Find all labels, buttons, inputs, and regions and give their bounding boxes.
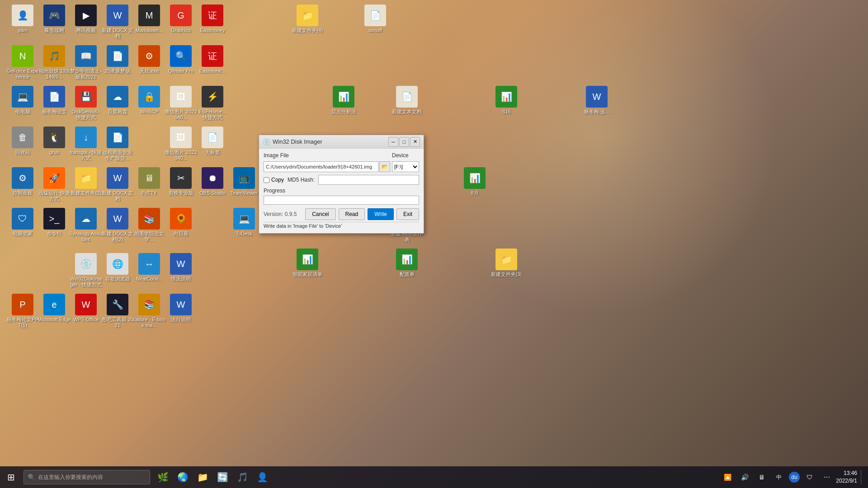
desktop-icon-xishuoming[interactable]: W 洗白说明 bbox=[163, 294, 199, 323]
desktop-icon-fzguituan[interactable]: 🎵 福州鼓饼 133|149|5... bbox=[36, 45, 72, 80]
desktop-icon-qingshuoming[interactable]: W 情况说明 bbox=[163, 253, 199, 282]
tray-volume[interactable]: 🔊 bbox=[737, 470, 752, 484]
desktop-icon-zhihuijujia[interactable]: 📊 智能家居清单 bbox=[289, 249, 326, 278]
desktop-icon-transgui[interactable]: ↓ transgui - 快捷方式 bbox=[68, 127, 104, 162]
desktop-icon-geforce[interactable]: N GeForce Experience bbox=[5, 45, 41, 80]
desktop: 👤 ydm 🎮 暴雪战网 ▶ 腾讯视频 W 新建 DOCX 文档 M Markd… bbox=[0, 0, 868, 488]
browse-button[interactable]: 📂 bbox=[379, 161, 390, 172]
exit-button[interactable]: Exit bbox=[396, 208, 419, 220]
desktop-icon-xinjian-docx2[interactable]: W 新建 DOCX 文档 bbox=[99, 167, 136, 202]
taskbar-icon-browser[interactable]: 🌏 bbox=[174, 468, 192, 486]
desktop-icon-new-folder-4[interactable]: 📁 新建文件夹(4) bbox=[289, 5, 326, 34]
desktop-icon-chrome[interactable]: 🌐 谷歌浏览器 bbox=[99, 253, 136, 282]
desktop-icon-graphics[interactable]: G Graphics bbox=[163, 5, 199, 34]
desktop-icon-grub[interactable]: 🐧 grub bbox=[36, 127, 72, 156]
tray-chevron[interactable]: 🔼 bbox=[720, 470, 735, 484]
write-button[interactable]: Write bbox=[368, 208, 394, 220]
desktop-icon-xinjian-wenjian3[interactable]: 📁 新建文件夹(3) bbox=[488, 249, 524, 278]
desktop-icon-winscp[interactable]: 🔒 WinSCP bbox=[131, 86, 167, 115]
taskbar-icon-mc[interactable]: 🌿 bbox=[154, 468, 172, 486]
desktop-icon-neatconv[interactable]: ↔ NeatConv... bbox=[131, 253, 167, 282]
icon-visual-calibre: 📚 bbox=[138, 294, 160, 315]
desktop-icon-baofeng[interactable]: 🎮 暴雪战网 bbox=[36, 5, 72, 34]
desktop-icon-xinjian-docx3[interactable]: W 新建 DOCX 文档(2) bbox=[99, 208, 136, 243]
desktop-icon-jiyou[interactable]: 📄 25求逐梦场 bbox=[99, 45, 136, 75]
taskbar-icon-folder[interactable]: 📁 bbox=[193, 468, 212, 486]
desktop-icon-tengxunvideo[interactable]: ▶ 腾讯视频 bbox=[68, 5, 104, 34]
desktop-icon-synology[interactable]: ☁ Synology Assistant bbox=[68, 208, 104, 243]
desktop-icon-yuan-cheng[interactable]: 📄 远程商业企业生产版贷... bbox=[99, 127, 136, 162]
icon-image-yuemoxueyuan: 📚 bbox=[138, 208, 160, 230]
desktop-icon-eastmoney[interactable]: 证 Eastmoney bbox=[194, 5, 231, 34]
desktop-icon-tiankong-exe[interactable]: ⚙ 天坑.exe bbox=[131, 45, 167, 75]
desktop-icon-calibre[interactable]: 📚 calibre - E-book ma... bbox=[131, 294, 167, 329]
desktop-icon-cengci-fenxi[interactable]: 📊 层次分析法 bbox=[326, 86, 362, 115]
desktop-icon-huishou[interactable]: 🗑 回收站 bbox=[5, 127, 41, 156]
maximize-button[interactable]: □ bbox=[399, 137, 409, 147]
desktop-icon-esphome[interactable]: ⚡ ESPHome... 快捷方式 bbox=[194, 86, 231, 121]
desktop-icon-sonoff[interactable]: 📄 sonoff bbox=[357, 5, 393, 34]
desktop-icon-s15[interactable]: 📊 S15 bbox=[488, 86, 524, 115]
icon-visual-xiangri-kui: 🌻 bbox=[170, 208, 192, 230]
desktop-icon-yuemoxueyuan[interactable]: 📚 阅墨学院论文学... bbox=[131, 208, 167, 243]
taskbar-icon-refresh[interactable]: 🔄 bbox=[213, 468, 231, 486]
desktop-icon-weixin-photo[interactable]: 🖼 微信图片 2022040... bbox=[163, 86, 199, 121]
read-button[interactable]: Read bbox=[339, 208, 365, 220]
desktop-icon-msedge[interactable]: e Microsoft Edge bbox=[36, 294, 72, 323]
taskbar-icon-music[interactable]: 🎵 bbox=[233, 468, 251, 486]
desktop-icon-jianying[interactable]: ✂ 剪映专业版 bbox=[163, 167, 199, 197]
icon-visual-xinjian-wenjian3: 📁 bbox=[495, 249, 517, 270]
desktop-icon-ming-lingling[interactable]: >_ 命令行 bbox=[36, 208, 72, 237]
copy-checkbox[interactable] bbox=[264, 177, 269, 183]
copy-checkbox-label[interactable]: Copy bbox=[264, 177, 284, 183]
minimize-button[interactable]: ─ bbox=[388, 137, 398, 147]
tray-baidu[interactable]: du bbox=[789, 472, 800, 483]
desktop-icon-win32disk[interactable]: 💿 Win32DiskImager - 快捷方式 bbox=[68, 253, 104, 288]
desktop-icon-tuxing[interactable]: 🔧 图吧工具箱 2021 bbox=[99, 294, 136, 329]
desktop-icon-8yue[interactable]: 📊 8月 bbox=[457, 167, 493, 197]
filepath-input[interactable] bbox=[264, 161, 378, 172]
desktop-icon-diandian[interactable]: 💻 电电脑 bbox=[5, 86, 41, 115]
desktop-icon-baiduwangpan[interactable]: ☁ 百度网盘 bbox=[99, 86, 136, 115]
clock[interactable]: 13:46 2022/9/1 bbox=[836, 469, 857, 485]
desktop-icon-mengyao[interactable]: 📖 梦少年伯道上-最新2021 bbox=[68, 45, 104, 80]
md5-input[interactable] bbox=[318, 175, 419, 185]
desktop-icon-yangdong[interactable]: W 杨冬梅-远... bbox=[579, 86, 615, 115]
tray-ime[interactable]: 中 bbox=[772, 470, 786, 484]
desktop-icon-diskgenius[interactable]: 💾 DiskGenius - 快捷方式 bbox=[68, 86, 104, 121]
desktop-icon-putty[interactable]: 🖥 PuTTY bbox=[131, 167, 167, 197]
desktop-icon-peidandan[interactable]: 📊 配置单 bbox=[389, 249, 425, 278]
desktop-icon-yandonglun[interactable]: 📄 杨冬梅论文 bbox=[36, 86, 72, 115]
tray-more[interactable]: ⋯ bbox=[820, 470, 834, 484]
desktop-icon-xiangri-kui[interactable]: 🌻 向日葵 bbox=[163, 208, 199, 237]
taskbar-search-box[interactable]: 🔍 bbox=[24, 470, 150, 484]
desktop-icon-kongzhimian[interactable]: ⚙ 控制面板 bbox=[5, 167, 41, 197]
desktop-icon-teamviewer[interactable]: 📺 TeamViewer bbox=[226, 167, 262, 197]
tray-shield[interactable]: 🛡 bbox=[802, 470, 817, 484]
cancel-button[interactable]: Cancel bbox=[305, 208, 335, 220]
device-select[interactable]: [F:\] bbox=[392, 161, 419, 172]
desktop-icon-xinjian-wenjian[interactable]: 📁 新建文件夹(2) bbox=[68, 167, 104, 197]
desktop-icon-caitunyunxing[interactable]: 🚀 迅猛运行 快捷方式 bbox=[36, 167, 72, 202]
desktop-icon-markdown[interactable]: M Markdown... bbox=[131, 5, 167, 34]
close-button[interactable]: ✕ bbox=[410, 137, 420, 147]
desktop-icon-wps[interactable]: W WPS Office bbox=[68, 294, 104, 323]
desktop-icon-diannao-guanli[interactable]: 🛡 电脑管家 bbox=[5, 208, 41, 237]
desktop-icon-yangdong-ppt[interactable]: P 杨冬梅论文PPT(1) bbox=[5, 294, 41, 329]
start-button[interactable]: ⊞ bbox=[0, 466, 22, 488]
desktop-icon-obs[interactable]: ⏺ OBS Studio bbox=[194, 167, 231, 197]
desktop-icon-xinjian-docx[interactable]: W 新建 DOCX 文档 bbox=[99, 5, 136, 40]
desktop-icon-eastmoney2[interactable]: 证 Eastmone... bbox=[194, 45, 231, 75]
show-desktop-button[interactable] bbox=[861, 470, 864, 484]
icon-label-yangdong: 杨冬梅-远... bbox=[583, 108, 611, 115]
search-input[interactable] bbox=[38, 474, 146, 480]
desktop-icon-ydm[interactable]: 👤 ydm bbox=[5, 5, 41, 34]
icon-image-eastmoney2: 证 bbox=[202, 45, 223, 67]
desktop-icon-xinjian-wenbang[interactable]: 📄 新建文本文档 bbox=[389, 86, 425, 115]
tray-network[interactable]: 🖥 bbox=[755, 470, 769, 484]
desktop-icon-qfinder[interactable]: 🔍 Qfinder Pro bbox=[163, 45, 199, 75]
desktop-icon-todesk[interactable]: 💻 ToDesk bbox=[226, 208, 262, 237]
desktop-icon-weixin-photo2[interactable]: 🖼 微信图片 2022040... bbox=[163, 127, 199, 162]
desktop-icon-wubiaoqian[interactable]: 📄 无标签 bbox=[194, 127, 231, 156]
taskbar-icon-user[interactable]: 👤 bbox=[253, 468, 271, 486]
